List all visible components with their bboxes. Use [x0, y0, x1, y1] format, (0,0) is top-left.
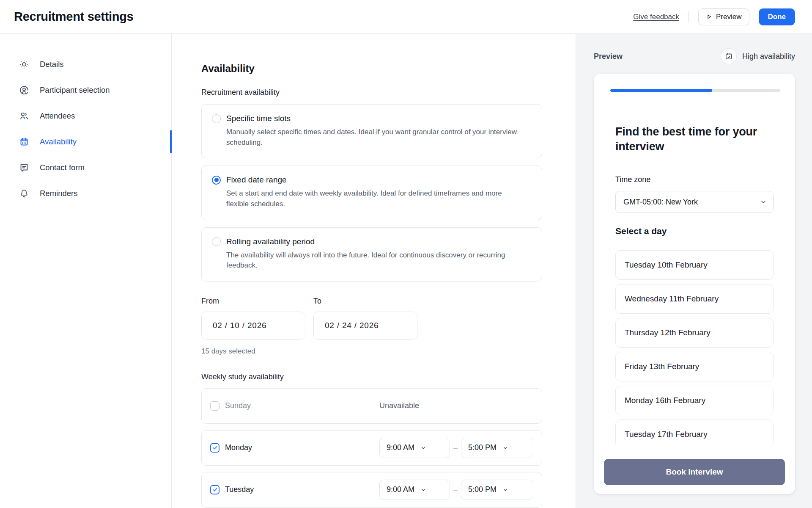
tuesday-end-time-select[interactable]: 5:00 PM: [461, 480, 533, 500]
from-date-field: From 02 / 10 / 2026: [201, 297, 305, 340]
chevron-down-icon: [502, 487, 508, 493]
days-selected-summary: 15 days selected: [201, 347, 542, 356]
people-icon: [19, 111, 29, 121]
weekly-row-monday: Monday 9:00 AM – 5:00 PM: [201, 430, 542, 466]
radio-selected[interactable]: [212, 176, 221, 185]
done-button[interactable]: Done: [759, 8, 796, 25]
radio-unselected[interactable]: [212, 114, 221, 123]
sidebar-item-participant-selection[interactable]: Participant selection: [0, 77, 171, 103]
timezone-label: Time zone: [615, 175, 774, 184]
sidebar-item-attendees[interactable]: Attendees: [0, 103, 171, 129]
sidebar-item-label: Contact form: [40, 163, 85, 172]
bell-icon: [19, 188, 29, 199]
weekly-availability-label: Weekly study availability: [201, 373, 542, 381]
sidebar-item-label: Reminders: [40, 189, 77, 198]
option-fixed-date-range[interactable]: Fixed date range Set a start and end dat…: [201, 166, 542, 220]
preview-button[interactable]: Preview: [698, 8, 749, 25]
option-specific-time-slots[interactable]: Specific time slots Manually select spec…: [201, 104, 542, 158]
page-body: Details Participant selection Attendees …: [0, 34, 812, 508]
sun-icon: [19, 59, 29, 69]
preview-panel-title: Preview: [594, 52, 623, 61]
radio-unselected[interactable]: [212, 237, 221, 246]
weekly-row-tuesday: Tuesday 9:00 AM – 5:00 PM: [201, 472, 542, 508]
date-range-row: From 02 / 10 / 2026 To 02 / 24 / 2026: [201, 297, 542, 340]
monday-checkbox[interactable]: [210, 443, 219, 453]
calendar-check-icon: [721, 48, 737, 64]
weekly-rows: Sunday Unavailable Monday 9:00 AM: [201, 388, 542, 508]
availability-heading: Availability: [201, 63, 542, 75]
give-feedback-link[interactable]: Give feedback: [633, 13, 679, 21]
option-title: Specific time slots: [226, 114, 291, 123]
sidebar-item-details[interactable]: Details: [0, 51, 171, 77]
day-button-monday-16[interactable]: Monday 16th February: [615, 386, 774, 415]
sidebar-item-label: Details: [40, 60, 64, 69]
option-title: Rolling availability period: [226, 237, 315, 246]
day-button-list: Tuesday 10th February Wednesday 11th Feb…: [615, 250, 774, 460]
progress-fill: [610, 89, 712, 92]
interview-preview-card: Find the best time for your interview Ti…: [594, 74, 795, 494]
progress-bar-wrap: [594, 74, 795, 107]
preview-panel: Preview High availability Find the best …: [576, 34, 812, 508]
sidebar-item-availability[interactable]: Availability: [0, 129, 171, 155]
day-label: Tuesday: [225, 485, 254, 494]
option-description: Set a start and end date with weekly ava…: [226, 188, 522, 209]
top-bar-actions: Give feedback Preview Done: [633, 8, 795, 25]
day-label: Sunday: [225, 401, 251, 410]
select-day-heading: Select a day: [615, 226, 774, 236]
recruitment-availability-label: Recruitment availability: [201, 88, 542, 97]
book-interview-button[interactable]: Book interview: [604, 459, 785, 485]
sidebar-item-reminders[interactable]: Reminders: [0, 180, 171, 206]
top-bar-divider: [689, 11, 689, 22]
to-date-input[interactable]: 02 / 24 / 2026: [313, 312, 417, 340]
unavailable-status: Unavailable: [379, 401, 419, 410]
progress-track: [610, 89, 780, 92]
chevron-down-icon: [502, 445, 508, 451]
time-range-dash: –: [453, 443, 458, 452]
person-circle-check-icon: [19, 85, 29, 95]
to-label: To: [313, 297, 417, 306]
availability-mode-label: High availability: [742, 52, 795, 61]
preview-card-body: Find the best time for your interview Ti…: [594, 124, 795, 460]
sidebar: Details Participant selection Attendees …: [0, 34, 172, 508]
option-rolling-availability[interactable]: Rolling availability period The availabi…: [201, 227, 542, 282]
preview-card-footer: Book interview: [594, 450, 795, 494]
day-button-wednesday-11[interactable]: Wednesday 11th February: [615, 284, 774, 314]
sidebar-item-label: Availability: [40, 137, 77, 146]
play-icon: [706, 14, 712, 20]
option-description: Manually select specific times and dates…: [226, 127, 522, 148]
chevron-down-icon: [420, 445, 426, 451]
from-date-input[interactable]: 02 / 10 / 2026: [201, 312, 305, 340]
message-lines-icon: [19, 163, 29, 173]
day-button-tuesday-10[interactable]: Tuesday 10th February: [615, 250, 774, 280]
option-description: The availability will always roll into t…: [226, 250, 522, 271]
time-range-dash: –: [453, 485, 458, 494]
preview-panel-header: Preview High availability: [594, 48, 795, 65]
chevron-down-icon: [760, 199, 767, 205]
weekly-row-sunday: Sunday Unavailable: [201, 388, 542, 424]
timezone-select[interactable]: GMT-05:00: New York: [615, 191, 774, 213]
preview-card-heading: Find the best time for your interview: [615, 124, 774, 154]
chevron-down-icon: [420, 487, 426, 493]
option-title: Fixed date range: [226, 175, 287, 185]
tuesday-checkbox[interactable]: [210, 485, 219, 494]
main-content: Availability Recruitment availability Sp…: [172, 34, 576, 508]
recruitment-settings-app: Recruitment settings Give feedback Previ…: [0, 0, 812, 508]
top-bar: Recruitment settings Give feedback Previ…: [0, 0, 812, 34]
to-date-field: To 02 / 24 / 2026: [313, 297, 417, 340]
sidebar-item-contact-form[interactable]: Contact form: [0, 155, 171, 180]
page-title: Recruitment settings: [14, 10, 133, 24]
sidebar-item-label: Participant selection: [40, 86, 110, 95]
availability-mode: High availability: [721, 48, 795, 64]
check-icon: [212, 445, 218, 450]
from-label: From: [201, 297, 305, 306]
sidebar-item-label: Attendees: [40, 111, 75, 121]
calendar-icon: [19, 137, 29, 147]
monday-end-time-select[interactable]: 5:00 PM: [461, 438, 533, 458]
tuesday-start-time-select[interactable]: 9:00 AM: [379, 480, 450, 500]
monday-start-time-select[interactable]: 9:00 AM: [379, 438, 450, 458]
sunday-checkbox[interactable]: [210, 401, 219, 411]
day-button-thursday-12[interactable]: Thursday 12th February: [615, 318, 774, 348]
day-label: Monday: [225, 443, 252, 452]
day-button-friday-13[interactable]: Friday 13th February: [615, 352, 774, 381]
check-icon: [212, 487, 218, 492]
